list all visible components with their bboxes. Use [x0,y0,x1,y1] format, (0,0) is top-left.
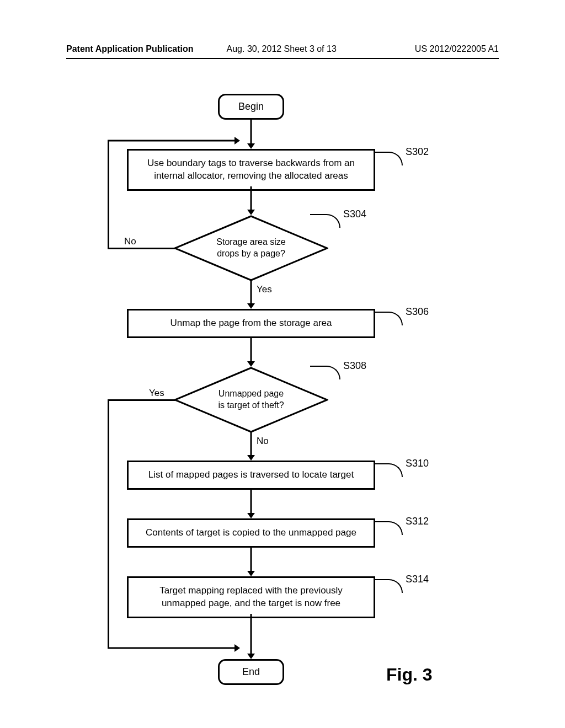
svg-marker-15 [247,455,255,461]
decision-s304: Storage area size drops by a page? [174,215,328,281]
s304-no-label: No [124,236,136,247]
s304-yes-label: Yes [257,284,272,295]
leader-s314 [375,579,403,593]
arrow-s312-s314 [247,546,255,576]
s310-text: List of mapped pages is traversed to loc… [148,469,354,480]
process-s302: Use boundary tags to traverse backwards … [127,149,375,191]
arrow-s310-s312 [247,488,255,518]
begin-terminal: Begin [218,94,284,120]
svg-marker-3 [247,210,255,215]
label-s304: S304 [343,208,366,220]
arrow-begin-s302 [247,118,255,149]
arrow-s302-s304 [247,186,255,215]
process-s312: Contents of target is copied to the unma… [127,518,375,548]
svg-marker-21 [247,654,255,659]
header-pubnum: US 2012/0222005 A1 [415,44,499,54]
label-s306: S306 [406,306,429,318]
process-s314: Target mapping replaced with the previou… [127,576,375,618]
s304-no-v [108,141,109,249]
s314-text: Target mapping replaced with the previou… [159,585,343,608]
arrow-s304-s306 [247,280,255,309]
decision-s308: Unmapped page is target of theft? [174,367,328,433]
header-publication: Patent Application Publication [66,44,194,54]
s308-yes-arrow [108,644,240,652]
s308-text: Unmapped page is target of theft? [218,388,284,411]
svg-marker-10 [247,361,255,367]
svg-marker-13 [234,644,240,652]
s304-no-arrow [108,137,240,144]
process-s310: List of mapped pages is traversed to loc… [127,461,375,490]
leader-s304 [310,214,340,228]
leader-s310 [375,463,403,477]
arrow-s308-s310 [247,432,255,461]
figure-label: Fig. 3 [386,665,433,685]
label-s312: S312 [406,516,429,527]
s304-no-h [108,248,175,249]
s308-yes-label: Yes [149,388,164,399]
arrow-s306-s308 [247,336,255,367]
leader-s302 [375,152,403,165]
leader-s308 [310,366,340,379]
page-header: Patent Application Publication Aug. 30, … [0,44,565,54]
s306-text: Unmap the page from the storage area [170,318,332,328]
svg-marker-17 [247,513,255,518]
label-s314: S314 [406,574,429,585]
header-divider [66,58,499,59]
s312-text: Contents of target is copied to the unma… [146,527,356,538]
label-s310: S310 [406,458,429,469]
end-label: End [242,666,260,677]
s304-text: Storage area size drops by a page? [216,237,285,260]
arrow-s314-end [247,614,255,659]
label-s308: S308 [343,360,366,372]
label-s302: S302 [406,146,429,158]
svg-marker-1 [247,143,255,149]
s308-yes-v [108,399,109,648]
svg-marker-19 [247,571,255,576]
svg-marker-6 [234,137,240,144]
s302-text: Use boundary tags to traverse backwards … [147,158,355,181]
begin-label: Begin [238,101,264,112]
leader-s306 [375,312,403,325]
s308-yes-h [108,399,175,401]
svg-marker-8 [247,303,255,309]
s308-no-label: No [257,436,269,447]
leader-s312 [375,521,403,535]
header-date-sheet: Aug. 30, 2012 Sheet 3 of 13 [227,44,337,54]
end-terminal: End [218,659,284,685]
process-s306: Unmap the page from the storage area [127,309,375,338]
